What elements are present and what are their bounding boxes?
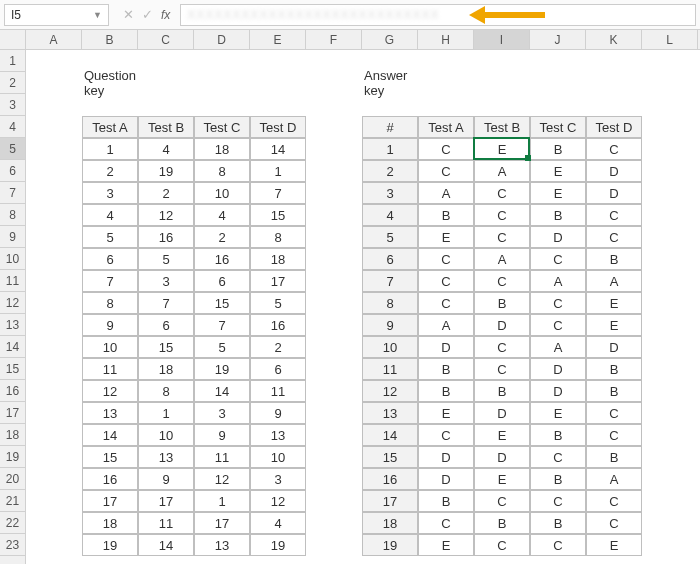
a-cell[interactable]: B (586, 380, 642, 402)
cell[interactable] (26, 424, 82, 446)
cell[interactable] (194, 94, 250, 116)
cell[interactable] (642, 468, 698, 490)
col-header-H[interactable]: H (418, 30, 474, 49)
cell[interactable] (26, 468, 82, 490)
a-index[interactable]: 18 (362, 512, 418, 534)
col-header-J[interactable]: J (530, 30, 586, 49)
accept-icon[interactable]: ✓ (142, 7, 153, 22)
row-header-18[interactable]: 18 (0, 424, 25, 446)
row-header-5[interactable]: 5 (0, 138, 25, 160)
q-cell[interactable]: 18 (250, 248, 306, 270)
a-cell[interactable]: C (530, 534, 586, 556)
a-header[interactable]: Test A (418, 116, 474, 138)
cell[interactable] (642, 292, 698, 314)
a-index[interactable]: 19 (362, 534, 418, 556)
name-box[interactable]: I5 ▼ (4, 4, 109, 26)
cell[interactable] (306, 336, 362, 358)
q-cell[interactable]: 5 (82, 226, 138, 248)
cell[interactable] (138, 94, 194, 116)
row-header-3[interactable]: 3 (0, 94, 25, 116)
cell[interactable] (138, 50, 194, 72)
cell[interactable] (642, 72, 698, 94)
a-index[interactable]: 6 (362, 248, 418, 270)
q-cell[interactable]: 17 (82, 490, 138, 512)
cell[interactable] (642, 380, 698, 402)
q-cell[interactable]: 8 (250, 226, 306, 248)
row-header-21[interactable]: 21 (0, 490, 25, 512)
cell[interactable] (586, 94, 642, 116)
row-header-22[interactable]: 22 (0, 512, 25, 534)
q-cell[interactable]: 19 (250, 534, 306, 556)
a-cell[interactable]: C (530, 314, 586, 336)
q-cell[interactable]: 6 (194, 270, 250, 292)
a-cell[interactable]: D (418, 468, 474, 490)
q-cell[interactable]: 14 (138, 534, 194, 556)
a-cell[interactable]: D (418, 336, 474, 358)
a-cell[interactable]: E (474, 424, 530, 446)
q-cell[interactable]: 19 (138, 160, 194, 182)
a-cell[interactable]: A (530, 336, 586, 358)
chevron-down-icon[interactable]: ▼ (93, 10, 102, 20)
col-header-L[interactable]: L (642, 30, 698, 49)
cell[interactable] (306, 226, 362, 248)
a-cell[interactable]: C (418, 512, 474, 534)
a-cell[interactable]: C (418, 138, 474, 160)
a-cell[interactable]: B (530, 138, 586, 160)
a-cell[interactable]: E (418, 226, 474, 248)
cell[interactable] (26, 138, 82, 160)
a-cell[interactable]: C (474, 204, 530, 226)
a-cell[interactable]: E (474, 468, 530, 490)
q-cell[interactable]: 11 (194, 446, 250, 468)
a-cell[interactable]: C (474, 490, 530, 512)
a-cell[interactable]: E (418, 534, 474, 556)
q-cell[interactable]: 17 (250, 270, 306, 292)
a-header[interactable]: Test D (586, 116, 642, 138)
cell[interactable] (306, 490, 362, 512)
cell[interactable] (306, 424, 362, 446)
q-cell[interactable]: 16 (250, 314, 306, 336)
cell[interactable] (642, 94, 698, 116)
a-cell[interactable]: C (586, 204, 642, 226)
a-cell[interactable]: A (418, 314, 474, 336)
cell[interactable] (194, 50, 250, 72)
q-cell[interactable]: 8 (194, 160, 250, 182)
q-cell[interactable]: 7 (82, 270, 138, 292)
row-header-20[interactable]: 20 (0, 468, 25, 490)
q-cell[interactable]: 15 (194, 292, 250, 314)
cell[interactable] (642, 358, 698, 380)
q-cell[interactable]: 5 (250, 292, 306, 314)
cell[interactable] (586, 72, 642, 94)
col-header-I[interactable]: I (474, 30, 530, 49)
a-cell[interactable]: D (474, 314, 530, 336)
cancel-icon[interactable]: ✕ (123, 7, 134, 22)
q-cell[interactable]: 12 (82, 380, 138, 402)
q-cell[interactable]: 3 (194, 402, 250, 424)
cell[interactable] (26, 182, 82, 204)
q-cell[interactable]: 12 (138, 204, 194, 226)
a-cell[interactable]: A (586, 468, 642, 490)
cell[interactable] (26, 380, 82, 402)
a-cell[interactable]: C (586, 138, 642, 160)
a-cell[interactable]: E (474, 138, 530, 160)
cell[interactable] (26, 336, 82, 358)
cell[interactable] (642, 226, 698, 248)
a-cell[interactable]: E (530, 160, 586, 182)
q-header[interactable]: Test D (250, 116, 306, 138)
a-index[interactable]: 12 (362, 380, 418, 402)
cell[interactable] (642, 182, 698, 204)
q-cell[interactable]: 3 (138, 270, 194, 292)
cell[interactable] (26, 72, 82, 94)
cell[interactable] (306, 534, 362, 556)
a-cell[interactable]: C (586, 512, 642, 534)
q-cell[interactable]: 1 (138, 402, 194, 424)
q-header[interactable]: Test B (138, 116, 194, 138)
col-header-C[interactable]: C (138, 30, 194, 49)
col-header-A[interactable]: A (26, 30, 82, 49)
cell[interactable] (26, 490, 82, 512)
cell[interactable] (250, 50, 306, 72)
cell[interactable] (642, 204, 698, 226)
cell[interactable] (26, 160, 82, 182)
a-cell[interactable]: E (586, 534, 642, 556)
row-header-16[interactable]: 16 (0, 380, 25, 402)
a-cell[interactable]: C (418, 160, 474, 182)
